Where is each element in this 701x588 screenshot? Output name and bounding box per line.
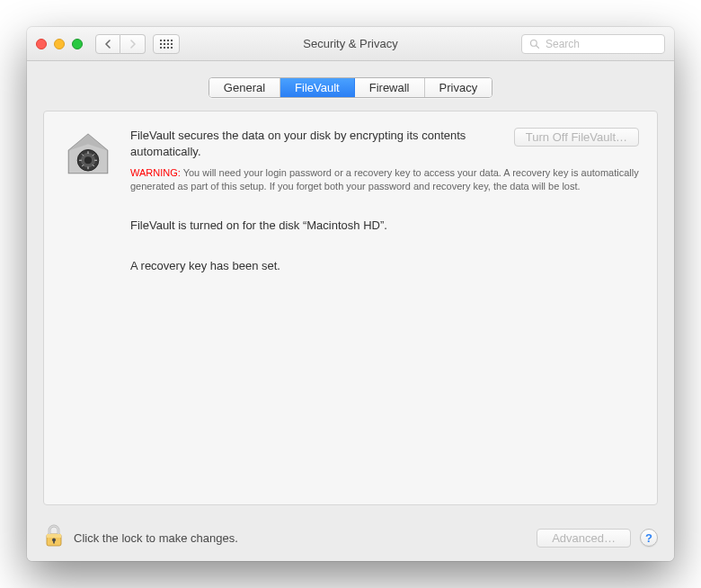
tabs: General FileVault Firewall Privacy [209, 77, 492, 98]
show-all-button[interactable] [153, 34, 180, 54]
grid-icon [160, 40, 173, 49]
titlebar: Security & Privacy Search [27, 27, 674, 61]
help-button[interactable]: ? [640, 529, 658, 547]
footer: Click the lock to make changes. Advanced… [27, 514, 674, 561]
search-input[interactable]: Search [521, 34, 665, 54]
recovery-key-status: A recovery key has been set. [130, 259, 639, 272]
close-button[interactable] [36, 39, 47, 49]
minimize-button[interactable] [54, 39, 65, 49]
zoom-button[interactable] [72, 39, 83, 49]
search-icon [529, 39, 540, 49]
search-placeholder: Search [546, 38, 580, 50]
forward-button[interactable] [120, 34, 146, 54]
svg-line-1 [537, 45, 539, 48]
svg-rect-14 [47, 534, 61, 538]
lock-icon[interactable] [43, 523, 65, 552]
tab-privacy[interactable]: Privacy [425, 78, 492, 97]
tab-firewall[interactable]: Firewall [355, 78, 425, 97]
filevault-description: FileVault secures the data on your disk … [130, 128, 501, 159]
turn-off-filevault-button[interactable]: Turn Off FileVault… [514, 128, 639, 147]
tab-general[interactable]: General [209, 78, 280, 97]
svg-point-4 [84, 156, 92, 164]
main-panel: FileVault secures the data on your disk … [43, 111, 658, 505]
nav-buttons [95, 34, 146, 54]
svg-rect-16 [53, 540, 55, 544]
tabs-container: General FileVault Firewall Privacy [27, 61, 674, 111]
warning-label: WARNING: [130, 167, 181, 178]
warning-text: You will need your login password or a r… [130, 167, 639, 192]
lock-text: Click the lock to make changes. [74, 531, 238, 545]
filevault-status: FileVault is turned on for the disk “Mac… [130, 218, 639, 232]
back-button[interactable] [95, 34, 120, 54]
tab-filevault[interactable]: FileVault [280, 78, 355, 97]
filevault-warning: WARNING: You will need your login passwo… [130, 166, 639, 193]
traffic-lights [36, 39, 83, 49]
advanced-button[interactable]: Advanced… [537, 529, 631, 548]
filevault-icon [62, 128, 114, 183]
system-preferences-window: Security & Privacy Search General FileVa… [27, 27, 674, 561]
